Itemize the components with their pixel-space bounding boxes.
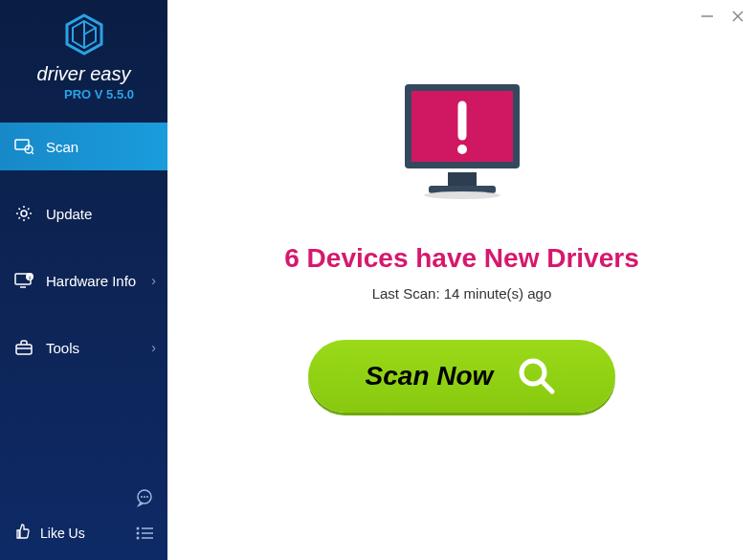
thumbs-up-icon: [13, 523, 31, 543]
app-name: driver easy: [0, 63, 167, 85]
gear-icon: [13, 203, 34, 224]
sidebar-bottom: Like Us: [0, 479, 167, 560]
close-button[interactable]: [729, 8, 746, 25]
chevron-right-icon: ›: [151, 273, 156, 288]
content-area: 6 Devices have New Drivers Last Scan: 14…: [167, 0, 756, 413]
svg-rect-29: [448, 172, 477, 186]
monitor-info-icon: i: [13, 270, 34, 291]
svg-point-17: [146, 496, 148, 498]
app-logo-icon: [61, 13, 107, 59]
toolbox-icon: [13, 337, 34, 358]
alert-monitor-icon: [390, 77, 534, 214]
svg-point-18: [137, 526, 140, 529]
window-controls: [699, 8, 746, 25]
minimize-button[interactable]: [699, 8, 716, 25]
scan-button-label: Scan Now: [366, 361, 494, 392]
like-us-label: Like Us: [40, 526, 85, 541]
sidebar-item-label: Update: [46, 206, 92, 222]
svg-rect-12: [16, 345, 32, 354]
logo-area: driver easy PRO V 5.5.0: [0, 0, 167, 111]
magnify-icon: [516, 355, 558, 397]
main-content: 6 Devices have New Drivers Last Scan: 14…: [167, 0, 756, 560]
chevron-right-icon: ›: [151, 340, 156, 355]
sidebar-item-hardware-info[interactable]: i Hardware Info ›: [0, 257, 167, 304]
last-scan-text: Last Scan: 14 minute(s) ago: [372, 285, 552, 302]
svg-point-20: [137, 531, 140, 534]
svg-line-3: [84, 28, 96, 34]
scan-icon: [13, 136, 34, 157]
svg-point-33: [457, 145, 467, 154]
svg-point-7: [21, 211, 27, 216]
svg-rect-4: [15, 140, 29, 149]
svg-point-15: [141, 496, 143, 498]
svg-line-6: [32, 152, 33, 154]
scan-now-button[interactable]: Scan Now: [308, 340, 616, 413]
svg-point-31: [424, 191, 500, 199]
app-version: PRO V 5.5.0: [0, 87, 167, 101]
sidebar-item-update[interactable]: Update: [0, 190, 167, 237]
headline: 6 Devices have New Drivers: [284, 243, 638, 274]
svg-line-35: [542, 381, 552, 392]
nav: Scan Update i Hardware Info: [0, 123, 167, 371]
sidebar-item-label: Hardware Info: [46, 273, 136, 289]
sidebar-item-label: Tools: [46, 340, 79, 356]
svg-point-16: [144, 496, 145, 498]
chat-icon[interactable]: [133, 486, 156, 509]
like-us-button[interactable]: Like Us: [0, 517, 99, 549]
svg-point-22: [137, 536, 140, 539]
sidebar-item-label: Scan: [46, 139, 78, 155]
sidebar-item-tools[interactable]: Tools ›: [0, 324, 167, 371]
list-icon[interactable]: [133, 522, 156, 545]
sidebar-item-scan[interactable]: Scan: [0, 123, 167, 170]
sidebar: driver easy PRO V 5.5.0 Scan Update: [0, 0, 167, 560]
